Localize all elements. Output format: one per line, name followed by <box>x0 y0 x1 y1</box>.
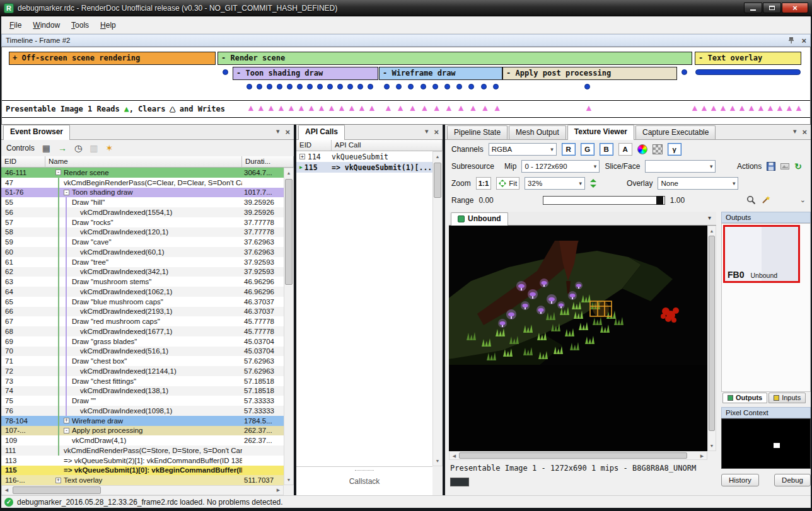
event-row[interactable]: 115=> vkQueueSubmit(1)[0]: vkBeginComman… <box>1 466 284 476</box>
zoom-level-combo[interactable]: 32% ▾ <box>525 177 585 190</box>
event-row[interactable]: 60vkCmdDrawIndexed(60,1)37.62963 <box>1 247 284 257</box>
pixel-context-header[interactable]: Pixel Context <box>721 407 811 418</box>
timeline-event-dot[interactable] <box>368 84 373 89</box>
timeline-event-dot[interactable] <box>396 84 402 89</box>
range-handle[interactable] <box>656 196 663 205</box>
channel-green-button[interactable]: G <box>581 143 594 156</box>
pin-icon[interactable] <box>788 37 795 45</box>
expander-icon[interactable]: - <box>55 169 61 175</box>
event-row[interactable]: 47vkCmdBeginRenderPass(C=Clear, D=Clear,… <box>1 178 284 188</box>
overlay-dropdown[interactable]: None ▾ <box>658 177 738 190</box>
event-row[interactable]: 68vkCmdDrawIndexed(1677,1)45.77778 <box>1 326 284 336</box>
event-row[interactable]: 76vkCmdDrawIndexed(1098,1)57.33333 <box>1 406 284 416</box>
timeline-event-dot[interactable] <box>257 84 262 89</box>
expander-icon[interactable]: + <box>55 478 61 483</box>
event-row[interactable]: 70vkCmdDrawIndexed(516,1)45.03704 <box>1 347 284 357</box>
expander-icon[interactable]: + <box>64 418 69 423</box>
goto-eid-icon[interactable]: → <box>58 144 67 152</box>
column-eid[interactable]: EID <box>1 156 45 168</box>
scroll-right-arrow[interactable]: ▶ <box>274 486 283 495</box>
chevron-down-icon[interactable]: ▾ <box>793 127 797 137</box>
overflow-chevron-icon[interactable]: ⌄ <box>800 196 806 204</box>
scrollbar-thumb[interactable] <box>434 163 441 198</box>
range-slider[interactable] <box>543 196 665 205</box>
close-icon[interactable]: × <box>285 127 290 137</box>
gamma-button[interactable]: γ <box>668 143 682 156</box>
menu-tools[interactable]: Tools <box>66 18 95 33</box>
event-row[interactable]: 51-76-Toon shading draw1017.7... <box>1 188 284 198</box>
timeline-panel-header[interactable]: Timeline - Frame #2 × <box>1 34 811 47</box>
timeline-event-dot[interactable] <box>468 84 474 89</box>
texture-vscrollbar[interactable]: ▲ ▼ <box>707 226 716 451</box>
tab-inputs[interactable]: Inputs <box>768 393 806 403</box>
timeline-event-dot[interactable] <box>456 84 462 89</box>
timeline-event-dot[interactable] <box>277 84 282 89</box>
timeline-event-dot[interactable] <box>267 84 272 89</box>
tab-outputs[interactable]: Outputs <box>722 393 767 403</box>
scrollbar-thumb[interactable] <box>709 236 715 431</box>
event-row[interactable]: 109vkCmdDraw(4,1)262.37... <box>1 435 284 445</box>
column-name[interactable]: Name <box>45 156 242 168</box>
api-row[interactable]: +114vkQueueSubmit <box>296 151 432 162</box>
event-row[interactable]: 64vkCmdDrawIndexed(1062,1)46.96296 <box>1 287 284 297</box>
event-row[interactable]: 116-...+Text overlay511.7037 <box>1 475 284 485</box>
texture-hscrollbar[interactable]: ◀ ▶ <box>449 451 707 460</box>
scrollbar-thumb[interactable] <box>459 452 687 459</box>
event-row[interactable]: 62vkCmdDrawIndexed(342,1)37.92593 <box>1 267 284 277</box>
zoom-1to1-button[interactable]: 1:1 <box>476 177 492 190</box>
timeline-event-dot[interactable] <box>297 84 303 89</box>
close-button[interactable]: × <box>782 3 808 13</box>
scroll-down-arrow[interactable]: ▼ <box>708 441 716 451</box>
settings-icon[interactable]: ✶ <box>105 144 113 152</box>
time-durations-icon[interactable]: ◷ <box>74 144 82 152</box>
scroll-up-arrow[interactable]: ▲ <box>433 152 442 161</box>
chevron-down-icon[interactable]: ▾ <box>425 127 429 137</box>
timeline-event-dot[interactable] <box>246 84 252 89</box>
chevron-down-icon[interactable]: ▾ <box>276 127 280 137</box>
column-duration[interactable]: Durati... <box>242 156 294 168</box>
timeline-event-dot[interactable] <box>317 84 323 89</box>
texture-viewport[interactable] <box>449 226 707 451</box>
timeline-event-dot[interactable] <box>384 84 390 89</box>
autofit-wand-icon[interactable] <box>761 195 770 205</box>
tab-capture-executable[interactable]: Capture Executable <box>635 125 716 139</box>
event-row[interactable]: 75Draw ""57.33333 <box>1 396 284 406</box>
history-button[interactable]: History <box>721 474 759 486</box>
channel-blue-button[interactable]: B <box>600 143 613 156</box>
scroll-up-arrow[interactable]: ▲ <box>284 168 293 178</box>
event-row[interactable]: 78-104+Wireframe draw1784.5... <box>1 416 284 426</box>
scrollbar-thumb[interactable] <box>13 486 101 494</box>
scroll-down-arrow[interactable]: ▼ <box>433 456 442 466</box>
event-row[interactable]: 72vkCmdDrawIndexed(12144,1)57.62963 <box>1 366 284 376</box>
event-row[interactable]: 56vkCmdDrawIndexed(1554,1)39.25926 <box>1 207 284 217</box>
save-icon[interactable] <box>767 162 775 171</box>
expander-icon[interactable]: - <box>64 190 69 195</box>
event-row[interactable]: 57Draw "rocks"37.77778 <box>1 217 284 227</box>
event-row[interactable]: 111vkCmdEndRenderPass(C=Store, D=Store, … <box>1 445 284 456</box>
timeline-event-dot[interactable] <box>357 84 363 89</box>
menu-file[interactable]: File <box>4 18 27 33</box>
timeline-event-dot[interactable] <box>287 84 293 89</box>
event-row[interactable]: 73Draw "chest fittings"57.18518 <box>1 376 284 386</box>
expander-icon[interactable]: - <box>64 428 69 433</box>
event-row[interactable]: 65Draw "blue mushroom caps"46.37037 <box>1 297 284 307</box>
api-row[interactable]: ▶115=> vkQueueSubmit(1)[... <box>296 162 432 173</box>
bookmark-icon[interactable]: ▦ <box>42 144 50 152</box>
slice-face-dropdown[interactable]: ▾ <box>645 160 716 173</box>
background-checkerboard-icon[interactable] <box>652 144 663 154</box>
timeline-event-dot[interactable] <box>481 84 487 89</box>
event-row[interactable]: 55Draw "hill"39.25926 <box>1 197 284 207</box>
timeline-event-dot[interactable] <box>347 84 353 89</box>
tab-api-calls[interactable]: API Calls <box>298 125 345 140</box>
event-row[interactable]: 58vkCmdDrawIndexed(120,1)37.77778 <box>1 227 284 238</box>
timeline-event-dot[interactable] <box>408 84 414 89</box>
texture-list-chevron-icon[interactable]: ▾ <box>708 214 716 222</box>
magnifier-icon[interactable] <box>746 195 756 205</box>
event-row[interactable]: 113=> vkQueueSubmit(2)[1]: vkEndCommandB… <box>1 456 284 466</box>
timeline-event-dot[interactable] <box>584 84 590 89</box>
channel-red-button[interactable]: R <box>562 143 576 156</box>
close-icon[interactable]: × <box>802 127 807 137</box>
zoom-fit-button[interactable]: Fit <box>496 177 519 190</box>
timeline-event-dot[interactable] <box>327 84 333 89</box>
menu-help[interactable]: Help <box>95 18 122 33</box>
